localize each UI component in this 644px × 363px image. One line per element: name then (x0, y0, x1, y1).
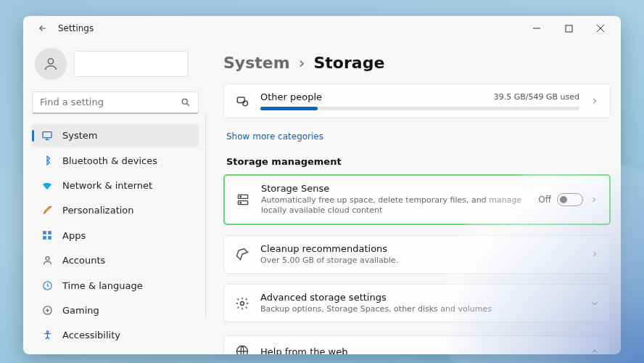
bluetooth-icon (41, 154, 54, 167)
search-icon (181, 97, 191, 107)
card-title: Advanced storage settings (260, 292, 579, 303)
sidebar-item-label: Apps (62, 230, 86, 241)
chevron-right-icon: › (299, 54, 305, 72)
sidebar-item-gaming[interactable]: Gaming (32, 298, 199, 322)
back-arrow-icon (38, 23, 48, 33)
sidebar-item-label: Accounts (62, 255, 105, 266)
category-title: Other people (260, 91, 322, 102)
window-controls (521, 16, 616, 41)
card-description: Over 5.00 GB of storage available. (260, 256, 579, 266)
minimize-button[interactable] (521, 16, 553, 41)
accounts-icon (41, 254, 54, 267)
storage-sense-icon (235, 192, 251, 208)
broom-icon (234, 246, 250, 262)
profile-row[interactable] (32, 44, 199, 87)
chevron-right-icon (589, 195, 599, 204)
breadcrumb-parent[interactable]: System (223, 54, 290, 72)
svg-point-8 (46, 257, 49, 261)
toggle-label: Off (538, 195, 551, 205)
chevron-down-icon (590, 299, 600, 308)
svg-point-1 (48, 59, 53, 64)
wifi-icon (41, 179, 54, 192)
storage-sense-card[interactable]: Storage Sense Automatically free up spac… (223, 174, 611, 225)
svg-point-18 (241, 301, 244, 305)
card-title: Storage Sense (261, 183, 528, 194)
globe-icon (234, 343, 250, 354)
maximize-button[interactable] (553, 16, 585, 41)
svg-point-13 (243, 101, 248, 106)
sidebar-item-network[interactable]: Network & internet (32, 174, 199, 197)
sidebar-item-bluetooth[interactable]: Bluetooth & devices (32, 149, 199, 172)
storage-sense-toggle[interactable] (557, 193, 583, 206)
maximize-icon (565, 25, 573, 33)
titlebar: Settings (23, 16, 621, 41)
nav-list: System Bluetooth & devices Network & int… (32, 124, 199, 347)
svg-rect-0 (566, 25, 572, 32)
svg-rect-4 (43, 232, 46, 235)
svg-rect-3 (43, 132, 51, 138)
sidebar-item-label: Personalization (62, 205, 134, 216)
app-title: Settings (58, 23, 94, 33)
sidebar-item-label: Gaming (62, 305, 99, 316)
chevron-up-icon (590, 347, 600, 354)
cleanup-recommendations-card[interactable]: Cleanup recommendations Over 5.00 GB of … (223, 235, 611, 274)
person-icon (43, 56, 59, 72)
gear-icon (234, 295, 250, 311)
page-title: Storage (313, 54, 384, 72)
usage-bar (260, 107, 579, 110)
paintbrush-icon (41, 204, 54, 217)
storage-category-card[interactable]: Other people 39.5 GB/549 GB used (223, 83, 611, 118)
svg-point-17 (240, 202, 242, 203)
people-icon (234, 93, 250, 109)
card-description: Backup options, Storage Spaces, other di… (260, 304, 579, 314)
svg-point-2 (182, 99, 187, 104)
sidebar-item-label: Accessibility (62, 330, 120, 340)
content-area: System › Storage Other people 39.5 GB/54… (206, 41, 621, 354)
category-usage: 39.5 GB/549 GB used (494, 92, 579, 102)
breadcrumb: System › Storage (223, 54, 611, 72)
sidebar-item-accounts[interactable]: Accounts (32, 249, 199, 272)
close-icon (596, 24, 605, 33)
back-button[interactable] (33, 19, 52, 38)
accessibility-icon (41, 329, 54, 342)
apps-icon (41, 229, 54, 242)
card-title: Help from the web (260, 346, 579, 354)
chevron-right-icon (590, 250, 600, 258)
search-box[interactable] (32, 91, 199, 114)
settings-window: Settings (23, 16, 621, 354)
svg-rect-5 (48, 232, 51, 235)
sidebar-item-apps[interactable]: Apps (32, 224, 199, 247)
sidebar-item-personalization[interactable]: Personalization (32, 199, 199, 222)
advanced-storage-settings-card[interactable]: Advanced storage settings Backup options… (223, 284, 611, 322)
show-more-categories-link[interactable]: Show more categories (226, 131, 323, 142)
sidebar-item-time[interactable]: Time & language (32, 274, 199, 297)
svg-point-19 (237, 346, 248, 354)
gaming-icon (41, 303, 54, 317)
card-description: Automatically free up space, delete temp… (261, 195, 528, 216)
svg-point-16 (240, 196, 242, 197)
section-header: Storage management (226, 156, 611, 167)
sidebar-item-label: Time & language (62, 280, 143, 291)
sidebar-item-system[interactable]: System (32, 124, 199, 147)
clock-globe-icon (41, 279, 54, 292)
sidebar-item-label: Network & internet (62, 180, 152, 191)
search-input[interactable] (40, 97, 181, 107)
avatar (35, 48, 67, 80)
svg-rect-7 (48, 237, 51, 240)
close-button[interactable] (585, 16, 616, 41)
sidebar: System Bluetooth & devices Network & int… (23, 41, 206, 354)
help-from-web-card[interactable]: Help from the web (223, 335, 611, 354)
chevron-right-icon (590, 97, 600, 105)
monitor-icon (41, 129, 54, 142)
sidebar-item-accessibility[interactable]: Accessibility (32, 324, 199, 347)
minimize-icon (532, 24, 541, 33)
svg-point-11 (46, 331, 49, 333)
card-title: Cleanup recommendations (260, 243, 579, 254)
sidebar-item-label: System (62, 130, 97, 141)
profile-name-box (74, 51, 189, 77)
svg-rect-6 (43, 237, 46, 240)
sidebar-item-label: Bluetooth & devices (62, 155, 157, 166)
